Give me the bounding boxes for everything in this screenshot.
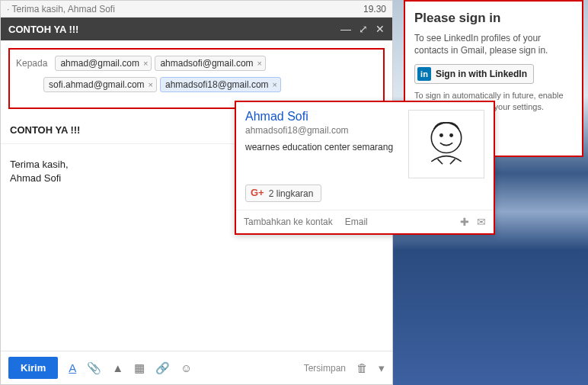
send-button[interactable]: Kirim — [8, 357, 58, 379]
add-to-contacts-link[interactable]: Tambahkan ke kontak — [244, 217, 333, 227]
linkedin-title: Please sign in — [414, 11, 573, 26]
more-options-icon[interactable]: ▾ — [379, 361, 385, 375]
recipient-chip[interactable]: ahmadsofi@gmail.com × — [155, 56, 266, 71]
expand-icon[interactable]: ⤢ — [359, 23, 368, 35]
circles-label: 2 lingkaran — [269, 188, 314, 199]
contact-name-link[interactable]: Ahmad Sofi — [245, 110, 402, 124]
recipient-email: ahmad@gmail.com — [60, 58, 139, 69]
chip-remove-icon[interactable]: × — [149, 80, 153, 89]
link-icon[interactable]: 🔗 — [155, 361, 170, 375]
recipient-email: sofi.ahmad@gmail.com — [49, 79, 145, 90]
svg-point-2 — [449, 133, 453, 137]
compose-header: CONTOH YA !!! — ⤢ ✕ — [1, 18, 392, 40]
recipient-chip-selected[interactable]: ahmadsofi18@gmail.com × — [160, 77, 281, 92]
contact-hover-card: Ahmad Sofi ahmadsofi18@gmail.com wearnes… — [235, 101, 495, 235]
mail-icon[interactable]: ✉ — [477, 216, 486, 228]
chip-remove-icon[interactable]: × — [257, 59, 262, 68]
contact-avatar — [408, 110, 484, 178]
minimize-icon[interactable]: — — [340, 23, 351, 35]
saved-label: Tersimpan — [304, 363, 346, 374]
contact-desc: wearnes education center semarang — [245, 142, 402, 152]
topstrip-label: · Terima kasih, Ahmad Sofi — [7, 4, 115, 14]
linkedin-desc: To see LinkedIn profiles of your contact… — [414, 32, 573, 56]
photo-icon[interactable]: ▦ — [134, 361, 145, 375]
svg-point-0 — [431, 123, 461, 152]
topstrip-time: 19.30 — [363, 4, 386, 14]
recipients-area[interactable]: Kepada ahmad@gmail.com × ahmadsofi@gmail… — [8, 48, 385, 109]
contact-email: ahmadsofi18@gmail.com — [245, 125, 402, 136]
recipient-email: ahmadsofi@gmail.com — [160, 58, 253, 69]
chip-remove-icon[interactable]: × — [273, 80, 277, 89]
to-label: Kepada — [16, 58, 47, 69]
close-icon[interactable]: ✕ — [375, 23, 385, 35]
gplus-icon: G+ — [251, 187, 264, 198]
compose-toolbar: Kirim A 📎 ▲ ▦ 🔗 ☺ Tersimpan 🗑 ▾ — [1, 351, 392, 384]
compose-title: CONTOH YA !!! — [8, 24, 78, 35]
recipient-chip[interactable]: ahmad@gmail.com × — [55, 56, 152, 71]
recipient-chip[interactable]: sofi.ahmad@gmail.com × — [43, 77, 157, 92]
discard-icon[interactable]: 🗑 — [356, 361, 368, 374]
linkedin-signin-button[interactable]: in Sign in with LinkedIn — [414, 64, 534, 84]
attach-icon[interactable]: 📎 — [87, 361, 101, 375]
svg-point-1 — [439, 133, 443, 137]
compose-top-strip: · Terima kasih, Ahmad Sofi 19.30 — [1, 1, 392, 18]
email-link[interactable]: Email — [345, 217, 368, 227]
drive-icon[interactable]: ▲ — [112, 361, 123, 374]
hover-card-footer: Tambahkan ke kontak Email ✚ ✉ — [236, 210, 494, 233]
format-icon[interactable]: A — [69, 361, 76, 374]
compose-header-actions: — ⤢ ✕ — [340, 23, 385, 35]
linkedin-btn-label: Sign in with LinkedIn — [436, 69, 527, 79]
recipients-row-2: sofi.ahmad@gmail.com × ahmadsofi18@gmail… — [43, 75, 379, 94]
circles-button[interactable]: G+ 2 lingkaran — [245, 184, 321, 202]
recipient-email: ahmadsofi18@gmail.com — [165, 79, 269, 90]
add-person-icon[interactable]: ✚ — [460, 216, 469, 228]
chip-remove-icon[interactable]: × — [143, 59, 148, 68]
recipients-row-1: Kepada ahmad@gmail.com × ahmadsofi@gmail… — [14, 54, 379, 72]
avatar-cartoon-icon — [415, 113, 478, 175]
linkedin-logo-icon: in — [417, 67, 431, 81]
emoji-icon[interactable]: ☺ — [181, 361, 192, 374]
